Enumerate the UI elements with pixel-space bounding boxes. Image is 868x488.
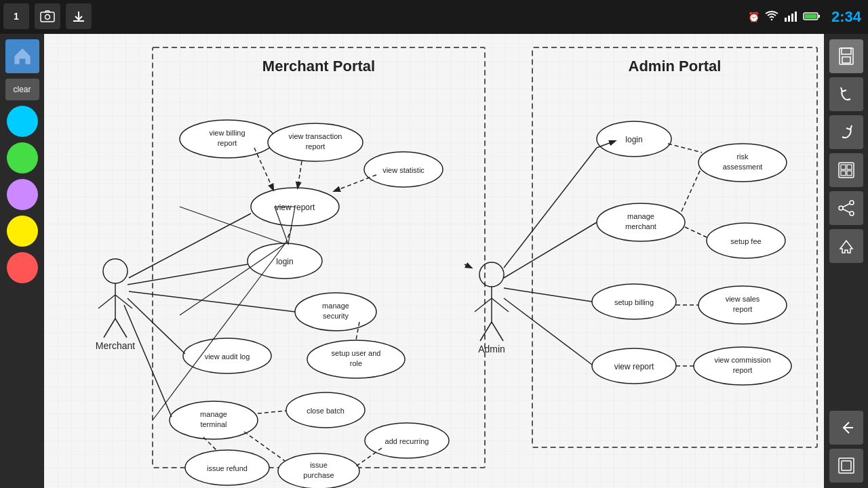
svg-rect-5 <box>795 12 797 22</box>
merchant-portal-title: Merchant Portal <box>262 58 375 75</box>
svg-text:report: report <box>733 366 753 374</box>
status-icons: ⏰ 2:34 <box>748 8 861 26</box>
svg-text:add recurring: add recurring <box>385 437 429 445</box>
redo-button[interactable] <box>829 115 863 149</box>
top-left-icons: 1 <box>3 3 92 29</box>
wifi-icon <box>765 11 778 24</box>
svg-text:setup fee: setup fee <box>730 237 761 245</box>
svg-text:manage: manage <box>322 302 349 310</box>
home-button[interactable] <box>5 39 39 73</box>
merchant-label: Merchant <box>96 340 135 351</box>
photo-icon <box>35 3 60 29</box>
svg-point-1 <box>45 15 50 20</box>
svg-rect-7 <box>804 14 816 18</box>
svg-rect-9 <box>842 48 851 54</box>
svg-text:terminal: terminal <box>200 420 226 428</box>
svg-rect-15 <box>847 171 852 176</box>
svg-text:view billing: view billing <box>209 129 245 137</box>
svg-rect-22 <box>842 461 851 470</box>
svg-point-18 <box>850 211 854 216</box>
svg-rect-10 <box>842 57 850 63</box>
svg-text:risk: risk <box>736 152 749 161</box>
download-icon <box>66 3 92 29</box>
admin-portal-title: Admin Portal <box>629 58 722 75</box>
svg-text:close batch: close batch <box>307 407 344 415</box>
svg-text:view commission: view commission <box>714 356 770 364</box>
status-time: 2:34 <box>831 8 861 26</box>
svg-text:view sales: view sales <box>726 295 760 303</box>
color-purple[interactable] <box>7 179 38 210</box>
svg-text:manage: manage <box>627 212 654 220</box>
layers-button[interactable] <box>829 449 863 483</box>
color-red[interactable] <box>7 252 38 283</box>
svg-text:report: report <box>218 139 237 147</box>
svg-rect-13 <box>847 165 852 169</box>
diagram-canvas: Merchant Portal Admin Portal Merchant Ad… <box>44 34 824 488</box>
gallery-button[interactable] <box>829 153 863 187</box>
svg-text:login: login <box>276 257 293 266</box>
tab-icon: 1 <box>3 3 29 29</box>
save-button[interactable] <box>829 39 863 73</box>
svg-text:view report: view report <box>614 362 654 371</box>
admin-label: Admin <box>478 344 505 354</box>
svg-rect-3 <box>788 16 790 22</box>
signal-icon <box>784 11 797 24</box>
svg-rect-12 <box>841 165 846 169</box>
svg-rect-2 <box>785 18 787 22</box>
back-button[interactable] <box>829 411 863 445</box>
svg-text:issue: issue <box>310 461 328 469</box>
svg-text:view transaction: view transaction <box>289 132 342 140</box>
svg-text:setup billing: setup billing <box>614 298 654 306</box>
svg-text:security: security <box>323 312 349 320</box>
svg-text:assessment: assessment <box>723 163 763 171</box>
right-toolbar <box>824 34 868 488</box>
svg-line-19 <box>843 204 850 207</box>
svg-line-20 <box>843 209 850 213</box>
clear-button[interactable]: clear <box>5 79 39 100</box>
android-home-button[interactable] <box>829 229 863 263</box>
svg-text:setup user and: setup user and <box>332 349 381 357</box>
color-yellow[interactable] <box>7 216 38 247</box>
undo-button[interactable] <box>829 77 863 111</box>
color-green[interactable] <box>7 142 38 174</box>
svg-point-17 <box>839 206 843 210</box>
svg-text:view audit log: view audit log <box>205 352 250 361</box>
svg-rect-14 <box>841 171 846 176</box>
left-sidebar: clear <box>0 34 44 488</box>
color-cyan[interactable] <box>7 106 38 137</box>
svg-text:report: report <box>733 305 753 313</box>
svg-text:issue refund: issue refund <box>207 464 248 472</box>
svg-rect-0 <box>41 12 54 22</box>
status-bar: 1 ⏰ 2:34 <box>0 0 868 34</box>
share-button[interactable] <box>829 191 863 225</box>
svg-text:manage: manage <box>200 410 227 418</box>
svg-text:merchant: merchant <box>625 222 656 230</box>
svg-rect-4 <box>791 14 793 22</box>
svg-text:purchase: purchase <box>303 471 334 479</box>
main-canvas[interactable]: Merchant Portal Admin Portal Merchant Ad… <box>44 34 824 488</box>
battery-icon <box>803 12 821 23</box>
svg-text:role: role <box>350 359 362 367</box>
svg-point-16 <box>850 201 854 205</box>
svg-text:login: login <box>625 135 642 144</box>
svg-text:report: report <box>306 142 326 150</box>
svg-text:view statistic: view statistic <box>382 166 425 174</box>
clock-icon: ⏰ <box>748 12 760 22</box>
